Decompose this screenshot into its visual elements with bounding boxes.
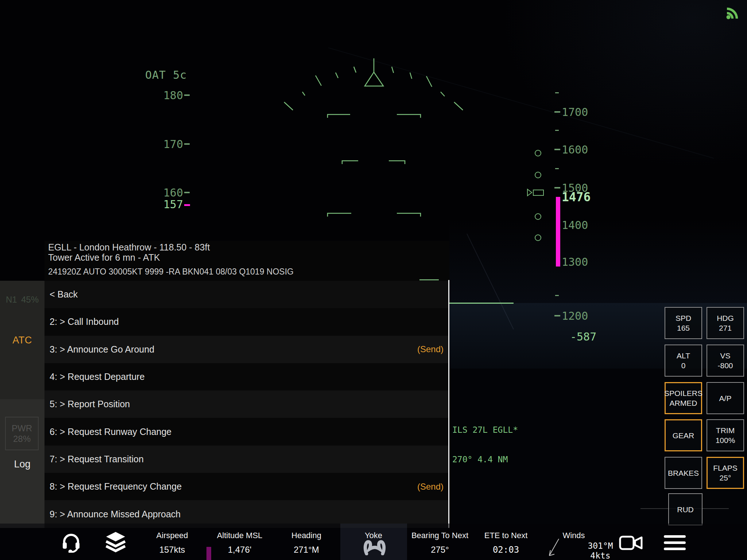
flight-sim-screen: OAT 5c 180 170 160 157 (0, 0, 747, 560)
speed-tick (184, 143, 190, 145)
speed-tape-170: 170 (139, 138, 183, 151)
camera-icon[interactable] (619, 534, 643, 552)
speed-current: 157 (139, 198, 183, 211)
ap-vs-button[interactable]: VS -800 (707, 345, 744, 377)
alt-tape-1400: 1400 (562, 219, 588, 232)
menu-item-report-position[interactable]: 5: > Report Position (44, 390, 449, 418)
horizon-line-right-segment (449, 303, 514, 304)
speed-tick (184, 192, 190, 193)
n1-readout: N1 45% (0, 295, 44, 305)
menu-right-edge-line (448, 280, 449, 528)
spoilers-button[interactable]: SPOILERS ARMED (665, 382, 702, 414)
alt-tape-1200: 1200 (562, 310, 588, 322)
ap-spd-button[interactable]: SPD 165 (665, 307, 702, 339)
glideslope-pointer (527, 188, 545, 198)
menu-item-request-departure[interactable]: 4: > Request Departure (44, 363, 449, 390)
oat-readout: OAT 5c (145, 69, 187, 81)
menu-item-back[interactable]: < Back (44, 281, 449, 308)
flaps-button[interactable]: FLAPS 25° (707, 457, 744, 489)
menu-item-request-transition[interactable]: 7: > Request Transition (44, 446, 449, 473)
station-status: Tower Active for 6 mn - ATK (48, 252, 160, 263)
windshield-sheen (474, 0, 747, 190)
speed-tape-160: 160 (139, 186, 183, 199)
alt-minor-tick (555, 92, 559, 93)
attitude-indicator (277, 51, 481, 226)
alt-tape-1700: 1700 (562, 106, 588, 118)
menu-item-request-frequency-change[interactable]: 8: > Request Frequency Change (Send) (44, 473, 449, 500)
ap-hdg-button[interactable]: HDG 271 (707, 307, 744, 339)
alt-tick (554, 149, 560, 150)
yoke-icon[interactable] (363, 538, 386, 555)
alt-minor-tick (555, 130, 559, 131)
send-tag[interactable]: (Send) (417, 482, 444, 492)
glideslope-dot (535, 172, 541, 178)
altitude-bar-magenta (556, 197, 560, 267)
menu-hamburger-icon[interactable] (664, 535, 686, 553)
layers-icon[interactable] (104, 531, 128, 553)
winds-value: 301°M 4kts (584, 541, 617, 560)
speed-tape-180: 180 (139, 89, 183, 102)
ground-background (449, 303, 747, 369)
glideslope-dot (535, 213, 541, 220)
sidebar-item-atc[interactable]: ATC (0, 335, 44, 346)
menu-item-announce-go-around[interactable]: 3: > Announce Go Around (Send) (44, 336, 449, 363)
autopilot-button[interactable]: A/P (707, 382, 744, 414)
left-sidebar: N1 45% ATC PWR 28% Log (0, 281, 44, 528)
wind-direction-arrow-icon (545, 537, 562, 559)
atis-info-panel: EGLL - London Heathrow - 118.50 - 83ft T… (44, 241, 449, 281)
ils-line2: 270° 4.4 NM (452, 455, 518, 464)
live-signal-icon (725, 4, 741, 20)
alt-tape-1300: 1300 (562, 256, 588, 268)
alt-tick (554, 315, 560, 316)
glideslope-dot (535, 234, 541, 241)
ap-alt-button[interactable]: ALT 0 (665, 345, 702, 377)
atc-menu: < Back 2: > Call Inbound 3: > Announce G… (44, 281, 449, 528)
altitude-current: 1476 (562, 190, 591, 204)
send-tag[interactable]: (Send) (417, 344, 444, 354)
atc-headset-icon[interactable] (61, 532, 82, 553)
trim-button[interactable]: TRIM 100% (707, 419, 744, 451)
vertical-speed-readout: -587 (570, 330, 596, 343)
alt-tape-1600: 1600 (562, 143, 588, 156)
ils-line1: ILS 27L EGLL* (452, 425, 518, 435)
glideslope-dot (535, 150, 541, 156)
metar-text: 241920Z AUTO 30005KT 9999 -RA BKN041 08/… (48, 267, 294, 277)
speed-tick (184, 94, 190, 96)
station-info: EGLL - London Heathrow - 118.50 - 83ft (48, 242, 210, 253)
menu-item-call-inbound[interactable]: 2: > Call Inbound (44, 308, 449, 335)
menu-item-request-runway-change[interactable]: 6: > Request Runway Change (44, 418, 449, 445)
sidebar-item-log[interactable]: Log (0, 459, 44, 470)
alt-minor-tick (555, 295, 559, 296)
horizon-line-left-segment (419, 279, 439, 280)
alt-minor-tick (555, 168, 559, 169)
gear-button[interactable]: GEAR (665, 419, 702, 451)
rudder-slider[interactable]: RUD (668, 493, 703, 525)
brakes-button[interactable]: BRAKES (665, 457, 702, 489)
alt-tick (554, 187, 560, 188)
alt-tick (554, 111, 560, 113)
pwr-button[interactable]: PWR 28% (5, 417, 39, 450)
ils-info: ILS 27L EGLL* 270° 4.4 NM (452, 405, 518, 484)
speed-bug-magenta (184, 204, 190, 206)
